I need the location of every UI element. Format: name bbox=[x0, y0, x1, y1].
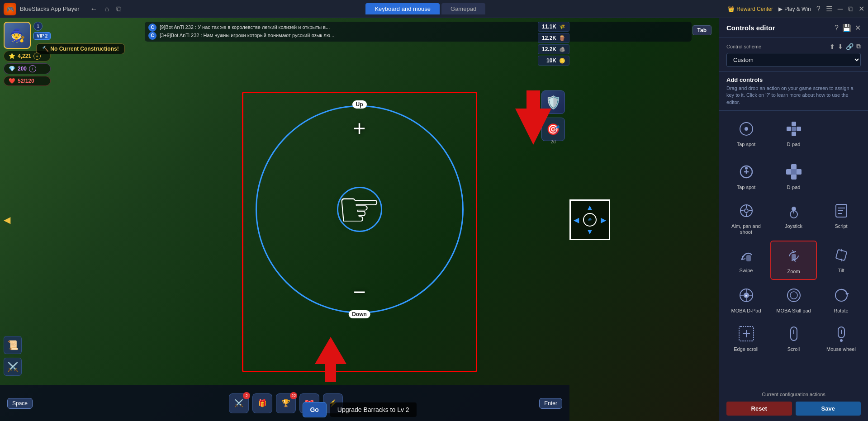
zoom-icon bbox=[784, 246, 804, 266]
control-item-edge-scroll[interactable]: Edge scroll bbox=[723, 319, 769, 357]
scheme-download-button[interactable]: ⬇ bbox=[838, 43, 843, 50]
d-pad-icon bbox=[784, 119, 804, 139]
tilt-label: Tilt bbox=[838, 268, 844, 274]
controls-grid-main: Tap spot D-pad bbox=[719, 156, 868, 359]
bottom-icon-22[interactable]: 🏆 22 bbox=[276, 393, 296, 413]
svg-point-41 bbox=[787, 289, 800, 302]
reset-button[interactable]: Reset bbox=[726, 402, 792, 416]
controls-help-button[interactable]: ? bbox=[835, 24, 839, 32]
add-controls-title: Add controls bbox=[726, 76, 861, 83]
stat-icon-1: 🌾 bbox=[559, 24, 565, 30]
moba-skill-icon bbox=[784, 285, 804, 305]
control-item-scroll[interactable]: Scroll bbox=[770, 319, 817, 357]
svg-rect-30 bbox=[792, 254, 796, 260]
svg-rect-6 bbox=[787, 127, 791, 131]
aim-icon bbox=[736, 201, 756, 221]
scheme-copy-button[interactable]: ⧉ bbox=[856, 43, 861, 50]
sidebar-icon-2[interactable]: ⚔️ bbox=[4, 358, 22, 376]
controls-close-button[interactable]: ✕ bbox=[855, 24, 861, 32]
config-actions: Reset Save bbox=[726, 402, 861, 416]
upgrade-bar: Go Upgrade Barracks to Lv 2 bbox=[302, 402, 416, 421]
edge-scroll-icon bbox=[736, 324, 756, 344]
control-item-rotate[interactable]: Rotate bbox=[818, 281, 864, 318]
stat-row-4: 10K 🪙 bbox=[538, 56, 569, 66]
stat-row-1: 11.1K 🌾 bbox=[538, 22, 569, 32]
control-item-zoom[interactable]: Zoom bbox=[770, 241, 817, 280]
svg-point-3 bbox=[745, 127, 748, 131]
nav-arrow-left[interactable]: ◀ bbox=[4, 214, 10, 225]
joystick-icon bbox=[784, 201, 804, 221]
d-pad-label: D-pad bbox=[787, 142, 801, 147]
rotate-icon bbox=[831, 285, 851, 305]
stat-row-3: 12.2K 🪨 bbox=[538, 44, 569, 54]
windows-button[interactable]: ⧉ bbox=[114, 3, 123, 15]
home-button[interactable]: ⌂ bbox=[103, 3, 111, 15]
control-item-dpad[interactable]: D-pad bbox=[770, 157, 817, 195]
help-button[interactable]: ? bbox=[816, 5, 821, 13]
bottom-icon-2[interactable]: ⚔️ 2 bbox=[229, 393, 249, 413]
control-item-mouse-wheel[interactable]: Mouse wheel bbox=[818, 319, 864, 357]
scheme-share-button[interactable]: 🔗 bbox=[846, 43, 854, 50]
restore-button[interactable]: ⧉ bbox=[848, 5, 853, 13]
reward-center-button[interactable]: 👑 Reward Center bbox=[728, 6, 773, 12]
svg-marker-0 bbox=[515, 90, 551, 145]
zoom-hand-icon: ☞ bbox=[337, 180, 382, 238]
control-item-aim[interactable]: Aim, pan and shoot bbox=[723, 196, 769, 240]
heart-icon: ❤️ bbox=[9, 78, 15, 84]
red-arrow-indicator-down bbox=[515, 90, 551, 145]
control-item-moba-dpad[interactable]: 5 MOBA D-Pad bbox=[723, 281, 769, 318]
control-item-swipe[interactable]: Swipe bbox=[723, 241, 769, 280]
level-badge: 1 bbox=[33, 22, 43, 31]
svg-marker-1 bbox=[315, 337, 346, 382]
control-item-tap-spot[interactable]: Tap spot bbox=[723, 114, 769, 152]
dpad-icon bbox=[784, 162, 804, 182]
add-purple-button[interactable]: + bbox=[29, 65, 36, 72]
controls-header: Controls editor ? 💾 ✕ bbox=[719, 18, 868, 38]
script-icon bbox=[831, 201, 851, 221]
scroll-label: Scroll bbox=[787, 346, 800, 352]
svg-rect-15 bbox=[791, 169, 797, 175]
tab-keyboard-mouse[interactable]: Keyboard and mouse bbox=[365, 3, 440, 14]
scheme-upload-button[interactable]: ⬆ bbox=[830, 43, 835, 50]
chat-message-1: C [9]Bot AnTi 232 : У нас так же в корол… bbox=[148, 24, 688, 32]
purple-resource: 💎 200 + bbox=[4, 63, 51, 74]
svg-text:5: 5 bbox=[745, 294, 747, 298]
tap-spot-label: Tap spot bbox=[737, 142, 756, 147]
current-config-title: Current configuration actions bbox=[726, 392, 861, 397]
controls-editor-title: Controls editor bbox=[726, 24, 775, 32]
play-icon: ▶ bbox=[778, 6, 783, 12]
rotate-label: Rotate bbox=[834, 308, 848, 314]
control-item-joystick[interactable]: Joystick bbox=[770, 196, 817, 240]
add-controls-desc: Drag and drop an action on your game scr… bbox=[726, 85, 861, 106]
back-button[interactable]: ← bbox=[89, 3, 100, 15]
space-key-badge: Space bbox=[7, 398, 33, 409]
zoom-label: Zoom bbox=[787, 269, 800, 274]
stat-icon-4: 🪙 bbox=[559, 58, 565, 64]
sidebar-icon-1[interactable]: 📜 bbox=[4, 336, 22, 354]
close-button[interactable]: ✕ bbox=[859, 5, 864, 13]
control-item-tilt[interactable]: Tilt bbox=[818, 241, 864, 280]
svg-rect-5 bbox=[792, 132, 796, 136]
svg-rect-4 bbox=[792, 122, 796, 126]
control-item-d-pad[interactable]: D-pad bbox=[770, 114, 817, 152]
game-area[interactable]: 🧙 1 VIP 2 ⭐ 4,221 + 💎 200 + ❤️ 52/120 bbox=[0, 18, 719, 421]
tab-gamepad[interactable]: Gamepad bbox=[441, 3, 485, 14]
controls-save-icon-button[interactable]: 💾 bbox=[842, 24, 851, 32]
control-item-tap-spot-v2[interactable]: Tap spot bbox=[723, 157, 769, 195]
add-controls-section: Add controls Drag and drop an action on … bbox=[719, 72, 868, 111]
pan-control[interactable]: ◀ ▶ ▲ ▼ ⊕ bbox=[569, 199, 610, 240]
svg-rect-14 bbox=[796, 169, 802, 175]
scheme-select[interactable]: Custom bbox=[726, 53, 861, 67]
construction-icon: 🔨 bbox=[42, 46, 49, 52]
zoom-circle: Up Down + − ☞ bbox=[256, 105, 464, 313]
menu-button[interactable]: ☰ bbox=[826, 5, 832, 13]
main-content: 🧙 1 VIP 2 ⭐ 4,221 + 💎 200 + ❤️ 52/120 bbox=[0, 18, 868, 421]
edge-scroll-label: Edge scroll bbox=[734, 346, 758, 352]
play-win-button[interactable]: ▶ Play & Win bbox=[778, 6, 811, 12]
control-item-script[interactable]: Script bbox=[818, 196, 864, 240]
minimize-button[interactable]: ─ bbox=[838, 5, 843, 13]
bottom-icon-inventory[interactable]: 🎁 bbox=[252, 393, 272, 413]
save-button[interactable]: Save bbox=[796, 402, 861, 416]
control-item-moba-skill[interactable]: MOBA Skill pad bbox=[770, 281, 817, 318]
go-button[interactable]: Go bbox=[302, 402, 326, 417]
